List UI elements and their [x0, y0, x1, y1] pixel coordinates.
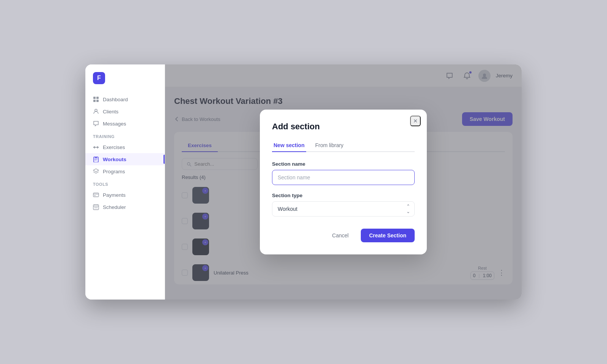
sidebar-item-exercises[interactable]: Exercises — [85, 141, 165, 153]
nav-group-training: Training Exercises Workouts — [85, 130, 165, 177]
sidebar-item-label: Scheduler — [103, 204, 126, 210]
svg-rect-8 — [97, 146, 98, 149]
svg-rect-16 — [97, 207, 97, 208]
sidebar-item-label: Payments — [103, 192, 126, 198]
svg-point-4 — [95, 109, 97, 111]
sidebar-item-label: Messages — [103, 121, 126, 127]
sidebar-item-payments[interactable]: Payments — [85, 189, 165, 201]
sidebar-item-dashboard[interactable]: Dashboard — [85, 93, 165, 105]
section-name-input[interactable] — [272, 170, 415, 185]
section-type-wrapper: Workout Warmup Cooldown Circuit ⌃⌄ — [272, 201, 415, 217]
nav-group-tools: Tools Payments Scheduler — [85, 177, 165, 213]
modal-title: Add section — [272, 122, 415, 132]
svg-rect-2 — [93, 100, 96, 102]
svg-rect-1 — [96, 97, 99, 99]
sidebar-item-label: Programs — [103, 169, 125, 174]
card-icon — [93, 192, 99, 198]
svg-rect-7 — [94, 146, 95, 149]
add-section-modal: × Add section New section From library S… — [260, 110, 427, 254]
svg-rect-13 — [93, 205, 99, 210]
svg-rect-12 — [94, 195, 96, 196]
svg-rect-9 — [95, 147, 97, 148]
clipboard-icon — [93, 156, 99, 162]
svg-rect-14 — [94, 207, 95, 208]
sidebar-item-programs[interactable]: Programs — [85, 165, 165, 177]
section-type-select[interactable]: Workout Warmup Cooldown Circuit — [272, 201, 415, 217]
sidebar: F Dashboard Clients — [85, 64, 165, 300]
svg-rect-11 — [93, 193, 99, 197]
layers-icon — [93, 168, 99, 174]
section-type-label: Section type — [272, 193, 415, 198]
create-section-button[interactable]: Create Section — [361, 229, 415, 242]
nav-section-tools-label: Tools — [85, 177, 165, 189]
nav-group-main: Dashboard Clients Messages — [85, 93, 165, 130]
svg-rect-0 — [93, 97, 96, 99]
app-logo: F — [85, 72, 165, 93]
calendar-icon — [93, 204, 99, 210]
sidebar-item-messages[interactable]: Messages — [85, 118, 165, 130]
sidebar-item-label: Dashboard — [103, 97, 128, 102]
modal-overlay: × Add section New section From library S… — [165, 64, 522, 300]
nav-section-training-label: Training — [85, 130, 165, 141]
sidebar-item-label: Exercises — [103, 144, 125, 150]
svg-rect-3 — [96, 100, 99, 102]
sidebar-item-workouts[interactable]: Workouts — [85, 153, 165, 165]
cancel-button[interactable]: Cancel — [324, 229, 356, 242]
modal-actions: Cancel Create Section — [272, 229, 415, 242]
main-content: Jeremy Chest Workout Variation #3 Back t… — [165, 64, 522, 300]
sidebar-item-label: Clients — [103, 109, 118, 115]
sidebar-item-scheduler[interactable]: Scheduler — [85, 201, 165, 213]
svg-rect-15 — [96, 207, 96, 208]
logo-icon: F — [93, 72, 105, 84]
section-name-label: Section name — [272, 161, 415, 167]
user-icon — [93, 108, 99, 115]
grid-icon — [93, 96, 99, 102]
sidebar-item-clients[interactable]: Clients — [85, 105, 165, 118]
modal-close-button[interactable]: × — [410, 116, 421, 126]
modal-tab-new-section[interactable]: New section — [272, 139, 306, 152]
modal-tabs: New section From library — [272, 139, 415, 152]
modal-tab-from-library[interactable]: From library — [314, 139, 345, 152]
dumbbell-icon — [93, 144, 99, 150]
sidebar-item-label: Workouts — [103, 157, 126, 162]
chat-icon — [93, 121, 99, 127]
